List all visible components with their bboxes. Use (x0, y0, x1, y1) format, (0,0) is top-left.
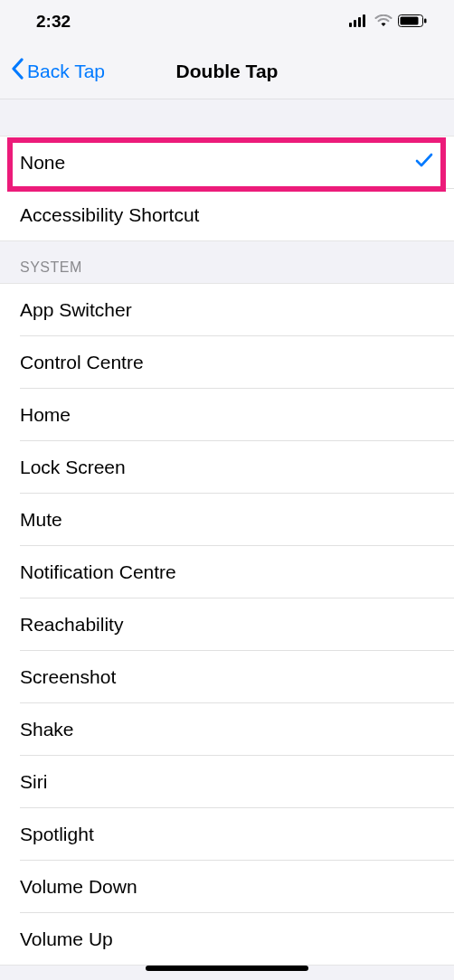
option-none[interactable]: None (0, 137, 454, 188)
option-label: Volume Down (20, 876, 137, 898)
option-label: Volume Up (20, 928, 113, 950)
home-indicator[interactable] (146, 966, 308, 971)
option-volume-down[interactable]: Volume Down (0, 861, 454, 912)
group-system: App Switcher Control Centre Home Lock Sc… (0, 283, 454, 966)
svg-rect-6 (424, 19, 427, 24)
chevron-left-icon (11, 58, 24, 84)
option-label: Mute (20, 509, 62, 531)
checkmark-icon (414, 150, 434, 174)
option-label: Lock Screen (20, 457, 126, 478)
option-shake[interactable]: Shake (0, 703, 454, 755)
section-header-system: SYSTEM (0, 259, 102, 283)
battery-icon (398, 12, 427, 32)
spacer: SYSTEM (0, 241, 454, 283)
option-accessibility-shortcut[interactable]: Accessibility Shortcut (0, 189, 454, 240)
signal-icon (349, 12, 369, 32)
option-label: Siri (20, 771, 47, 793)
option-label: Notification Centre (20, 561, 176, 583)
option-label: Reachability (20, 614, 123, 636)
svg-rect-0 (349, 23, 352, 27)
option-label: Control Centre (20, 352, 144, 373)
option-volume-up[interactable]: Volume Up (0, 913, 454, 965)
option-notification-centre[interactable]: Notification Centre (0, 546, 454, 598)
status-right (349, 12, 427, 32)
option-label: Shake (20, 719, 74, 740)
option-home[interactable]: Home (0, 389, 454, 440)
back-label: Back Tap (27, 61, 105, 82)
option-screenshot[interactable]: Screenshot (0, 651, 454, 702)
option-label: Screenshot (20, 666, 116, 688)
option-reachability[interactable]: Reachability (0, 598, 454, 650)
wifi-icon (374, 12, 393, 32)
nav-bar: Back Tap Double Tap (0, 43, 454, 99)
option-siri[interactable]: Siri (0, 756, 454, 807)
option-app-switcher[interactable]: App Switcher (0, 284, 454, 335)
status-time: 2:32 (36, 12, 71, 32)
svg-rect-5 (401, 17, 419, 25)
option-label: App Switcher (20, 299, 132, 321)
svg-rect-2 (358, 17, 361, 27)
option-label: Accessibility Shortcut (20, 204, 199, 226)
group-general: None Accessibility Shortcut (0, 136, 454, 241)
svg-rect-3 (363, 14, 365, 27)
option-spotlight[interactable]: Spotlight (0, 808, 454, 860)
option-label: Home (20, 404, 71, 426)
svg-rect-1 (354, 20, 356, 27)
option-mute[interactable]: Mute (0, 494, 454, 545)
option-label: Spotlight (20, 824, 94, 845)
status-bar: 2:32 (0, 0, 454, 43)
back-button[interactable]: Back Tap (0, 58, 105, 84)
option-lock-screen[interactable]: Lock Screen (0, 441, 454, 493)
spacer (0, 99, 454, 136)
option-label: None (20, 152, 65, 174)
option-control-centre[interactable]: Control Centre (0, 336, 454, 388)
